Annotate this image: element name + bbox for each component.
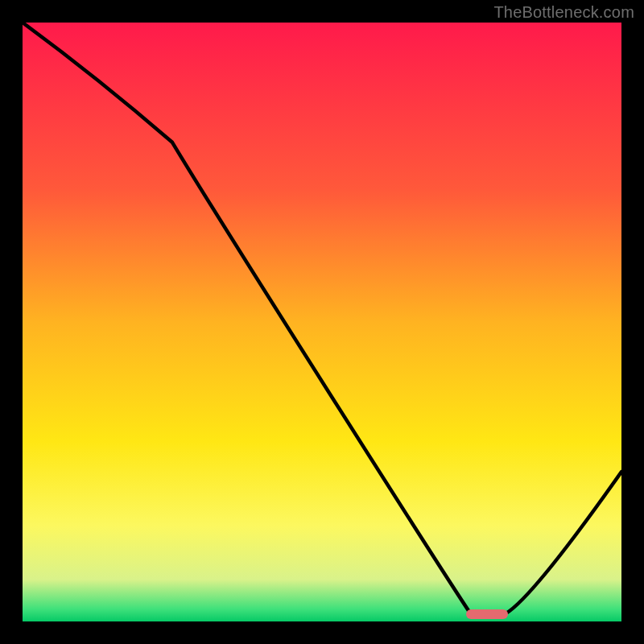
optimal-range-marker	[466, 609, 508, 619]
plot-area	[23, 23, 621, 621]
svg-rect-0	[23, 23, 621, 621]
heat-gradient	[23, 23, 621, 621]
chart-frame: TheBottleneck.com	[0, 0, 644, 644]
attribution-label: TheBottleneck.com	[493, 3, 634, 22]
